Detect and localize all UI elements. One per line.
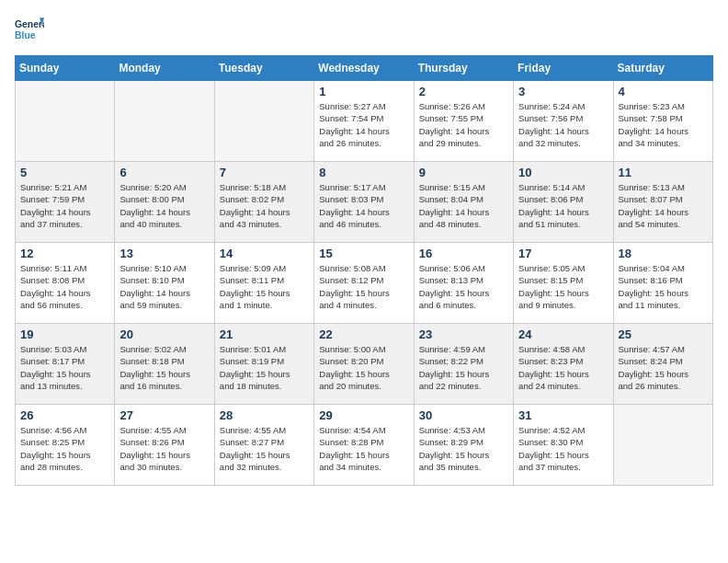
- day-info: Sunrise: 5:02 AM Sunset: 8:18 PM Dayligh…: [119, 343, 209, 392]
- day-number: 26: [20, 408, 109, 422]
- calendar-week-row: 1Sunrise: 5:27 AM Sunset: 7:54 PM Daylig…: [16, 81, 713, 162]
- calendar-cell: 25Sunrise: 4:57 AM Sunset: 8:24 PM Dayli…: [613, 324, 712, 405]
- calendar-cell: 19Sunrise: 5:03 AM Sunset: 8:17 PM Dayli…: [16, 324, 115, 405]
- day-info: Sunrise: 4:56 AM Sunset: 8:25 PM Dayligh…: [20, 424, 109, 473]
- weekday-header: Friday: [514, 56, 613, 81]
- calendar-cell: 26Sunrise: 4:56 AM Sunset: 8:25 PM Dayli…: [16, 405, 115, 486]
- day-info: Sunrise: 5:05 AM Sunset: 8:15 PM Dayligh…: [518, 262, 608, 311]
- weekday-header: Tuesday: [214, 56, 313, 81]
- calendar-cell: 3Sunrise: 5:24 AM Sunset: 7:56 PM Daylig…: [514, 81, 613, 162]
- day-info: Sunrise: 5:26 AM Sunset: 7:55 PM Dayligh…: [419, 100, 508, 149]
- calendar-cell: 1Sunrise: 5:27 AM Sunset: 7:54 PM Daylig…: [314, 81, 414, 162]
- day-info: Sunrise: 5:18 AM Sunset: 8:02 PM Dayligh…: [220, 181, 309, 230]
- day-number: 9: [419, 166, 508, 179]
- day-info: Sunrise: 5:03 AM Sunset: 8:17 PM Dayligh…: [20, 343, 109, 392]
- day-number: 8: [319, 166, 408, 179]
- page-header: GeneralBlue: [15, 15, 713, 44]
- day-info: Sunrise: 5:09 AM Sunset: 8:11 PM Dayligh…: [220, 262, 309, 311]
- calendar-cell: 11Sunrise: 5:13 AM Sunset: 8:07 PM Dayli…: [613, 162, 712, 243]
- weekday-header: Wednesday: [314, 56, 414, 81]
- weekday-header-row: SundayMondayTuesdayWednesdayThursdayFrid…: [16, 56, 713, 81]
- calendar-cell: 6Sunrise: 5:20 AM Sunset: 8:00 PM Daylig…: [115, 162, 214, 243]
- day-number: 10: [518, 166, 608, 179]
- day-number: 15: [319, 247, 408, 260]
- day-number: 18: [619, 247, 708, 260]
- day-info: Sunrise: 5:08 AM Sunset: 8:12 PM Dayligh…: [319, 262, 408, 311]
- day-number: 4: [619, 85, 708, 98]
- day-number: 1: [319, 85, 408, 98]
- day-info: Sunrise: 4:55 AM Sunset: 8:27 PM Dayligh…: [220, 424, 309, 473]
- day-number: 17: [518, 247, 608, 260]
- svg-text:Blue: Blue: [15, 30, 36, 40]
- day-number: 2: [419, 85, 508, 98]
- day-number: 31: [518, 408, 608, 422]
- day-number: 19: [20, 327, 109, 341]
- day-number: 25: [619, 327, 708, 341]
- calendar-cell: 30Sunrise: 4:53 AM Sunset: 8:29 PM Dayli…: [414, 405, 513, 486]
- day-info: Sunrise: 5:04 AM Sunset: 8:16 PM Dayligh…: [619, 262, 708, 311]
- calendar-cell: [613, 405, 712, 486]
- day-info: Sunrise: 5:14 AM Sunset: 8:06 PM Dayligh…: [518, 181, 608, 230]
- calendar-cell: 16Sunrise: 5:06 AM Sunset: 8:13 PM Dayli…: [414, 243, 513, 324]
- day-number: 27: [119, 408, 209, 422]
- calendar-cell: 2Sunrise: 5:26 AM Sunset: 7:55 PM Daylig…: [414, 81, 513, 162]
- calendar-cell: 9Sunrise: 5:15 AM Sunset: 8:04 PM Daylig…: [414, 162, 513, 243]
- calendar-cell: 14Sunrise: 5:09 AM Sunset: 8:11 PM Dayli…: [214, 243, 313, 324]
- day-number: 23: [419, 327, 508, 341]
- calendar-cell: [214, 81, 313, 162]
- calendar-cell: 24Sunrise: 4:58 AM Sunset: 8:23 PM Dayli…: [514, 324, 613, 405]
- day-number: 5: [20, 166, 109, 179]
- day-info: Sunrise: 5:23 AM Sunset: 7:58 PM Dayligh…: [619, 100, 708, 149]
- day-info: Sunrise: 5:11 AM Sunset: 8:08 PM Dayligh…: [20, 262, 109, 311]
- day-info: Sunrise: 4:59 AM Sunset: 8:22 PM Dayligh…: [419, 343, 508, 392]
- day-number: 11: [619, 166, 708, 179]
- day-number: 29: [319, 408, 408, 422]
- day-number: 24: [518, 327, 608, 341]
- day-info: Sunrise: 5:15 AM Sunset: 8:04 PM Dayligh…: [419, 181, 508, 230]
- svg-text:General: General: [15, 19, 44, 29]
- logo-icon: GeneralBlue: [15, 15, 44, 44]
- calendar-week-row: 5Sunrise: 5:21 AM Sunset: 7:59 PM Daylig…: [16, 162, 713, 243]
- calendar-cell: 5Sunrise: 5:21 AM Sunset: 7:59 PM Daylig…: [16, 162, 115, 243]
- day-number: 13: [119, 247, 209, 260]
- calendar-table: SundayMondayTuesdayWednesdayThursdayFrid…: [15, 55, 713, 486]
- calendar-cell: 29Sunrise: 4:54 AM Sunset: 8:28 PM Dayli…: [314, 405, 414, 486]
- day-number: 14: [220, 247, 309, 260]
- day-number: 16: [419, 247, 508, 260]
- calendar-cell: 13Sunrise: 5:10 AM Sunset: 8:10 PM Dayli…: [115, 243, 214, 324]
- calendar-cell: 21Sunrise: 5:01 AM Sunset: 8:19 PM Dayli…: [214, 324, 313, 405]
- calendar-cell: [115, 81, 214, 162]
- calendar-cell: 12Sunrise: 5:11 AM Sunset: 8:08 PM Dayli…: [16, 243, 115, 324]
- day-info: Sunrise: 5:13 AM Sunset: 8:07 PM Dayligh…: [619, 181, 708, 230]
- day-number: 30: [419, 408, 508, 422]
- day-number: 28: [220, 408, 309, 422]
- day-info: Sunrise: 4:55 AM Sunset: 8:26 PM Dayligh…: [119, 424, 209, 473]
- day-info: Sunrise: 5:17 AM Sunset: 8:03 PM Dayligh…: [319, 181, 408, 230]
- weekday-header: Thursday: [414, 56, 513, 81]
- day-number: 7: [220, 166, 309, 179]
- day-info: Sunrise: 4:57 AM Sunset: 8:24 PM Dayligh…: [619, 343, 708, 392]
- calendar-cell: 23Sunrise: 4:59 AM Sunset: 8:22 PM Dayli…: [414, 324, 513, 405]
- calendar-cell: 7Sunrise: 5:18 AM Sunset: 8:02 PM Daylig…: [214, 162, 313, 243]
- day-info: Sunrise: 5:20 AM Sunset: 8:00 PM Dayligh…: [119, 181, 209, 230]
- day-number: 12: [20, 247, 109, 260]
- day-info: Sunrise: 4:54 AM Sunset: 8:28 PM Dayligh…: [319, 424, 408, 473]
- day-info: Sunrise: 5:00 AM Sunset: 8:20 PM Dayligh…: [319, 343, 408, 392]
- day-number: 3: [518, 85, 608, 98]
- day-info: Sunrise: 4:53 AM Sunset: 8:29 PM Dayligh…: [419, 424, 508, 473]
- day-number: 6: [119, 166, 209, 179]
- calendar-cell: 10Sunrise: 5:14 AM Sunset: 8:06 PM Dayli…: [514, 162, 613, 243]
- weekday-header: Saturday: [613, 56, 712, 81]
- calendar-cell: 28Sunrise: 4:55 AM Sunset: 8:27 PM Dayli…: [214, 405, 313, 486]
- day-info: Sunrise: 5:06 AM Sunset: 8:13 PM Dayligh…: [419, 262, 508, 311]
- day-info: Sunrise: 5:21 AM Sunset: 7:59 PM Dayligh…: [20, 181, 109, 230]
- calendar-cell: 17Sunrise: 5:05 AM Sunset: 8:15 PM Dayli…: [514, 243, 613, 324]
- calendar-cell: [16, 81, 115, 162]
- calendar-cell: 22Sunrise: 5:00 AM Sunset: 8:20 PM Dayli…: [314, 324, 414, 405]
- weekday-header: Monday: [115, 56, 214, 81]
- day-info: Sunrise: 4:58 AM Sunset: 8:23 PM Dayligh…: [518, 343, 608, 392]
- day-number: 20: [119, 327, 209, 341]
- calendar-cell: 27Sunrise: 4:55 AM Sunset: 8:26 PM Dayli…: [115, 405, 214, 486]
- day-info: Sunrise: 5:27 AM Sunset: 7:54 PM Dayligh…: [319, 100, 408, 149]
- day-number: 22: [319, 327, 408, 341]
